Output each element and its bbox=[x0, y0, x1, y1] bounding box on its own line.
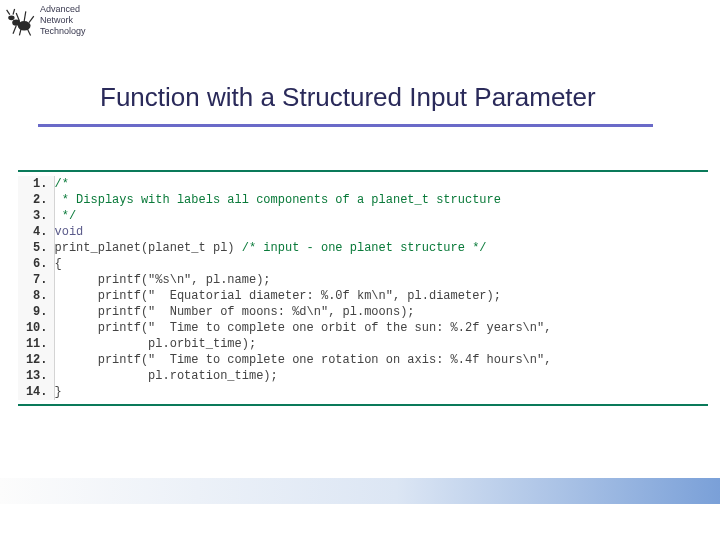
svg-line-9 bbox=[24, 11, 26, 21]
code-comment: * Displays with labels all components of… bbox=[55, 193, 501, 207]
code-body: /* * Displays with labels all components… bbox=[54, 176, 708, 400]
logo-line3: Technology bbox=[40, 26, 86, 37]
code-bottom-rule bbox=[18, 404, 708, 406]
code-table: 1. 2. 3. 4. 5. 6. 7. 8. 9. 10. 11. 12. 1… bbox=[18, 176, 708, 400]
code-line: printf(" Number of moons: %d\n", pl.moon… bbox=[55, 305, 415, 319]
code-keyword-void: void bbox=[55, 225, 84, 239]
svg-line-5 bbox=[13, 25, 16, 33]
logo: Advanced Network Technology bbox=[4, 4, 86, 37]
code-text: /* * Displays with labels all components… bbox=[55, 176, 709, 400]
slide-title: Function with a Structured Input Paramet… bbox=[100, 82, 596, 113]
code-line: pl.rotation_time); bbox=[55, 369, 278, 383]
code-comment: /* bbox=[55, 177, 69, 191]
logo-line2: Network bbox=[40, 15, 86, 26]
ant-icon bbox=[4, 5, 38, 37]
svg-line-7 bbox=[27, 29, 30, 35]
code-comment: */ bbox=[55, 209, 77, 223]
svg-line-6 bbox=[19, 29, 21, 35]
svg-line-3 bbox=[7, 9, 10, 14]
code-line: printf("%s\n", pl.name); bbox=[55, 273, 271, 287]
logo-text-block: Advanced Network Technology bbox=[40, 4, 86, 37]
code-listing: 1. 2. 3. 4. 5. 6. 7. 8. 9. 10. 11. 12. 1… bbox=[18, 170, 708, 406]
logo-line1: Advanced bbox=[40, 4, 86, 15]
footer-gradient bbox=[0, 478, 720, 504]
line-numbers-text: 1. 2. 3. 4. 5. 6. 7. 8. 9. 10. 11. 12. 1… bbox=[18, 176, 54, 400]
code-line: printf(" Time to complete one orbit of t… bbox=[55, 321, 552, 335]
line-numbers: 1. 2. 3. 4. 5. 6. 7. 8. 9. 10. 11. 12. 1… bbox=[18, 176, 54, 400]
code-brace: } bbox=[55, 385, 62, 399]
svg-point-2 bbox=[8, 15, 14, 20]
code-line: printf(" Equatorial diameter: %.0f km\n"… bbox=[55, 289, 501, 303]
code-func-sig: print_planet(planet_t pl) bbox=[55, 241, 242, 255]
title-underline bbox=[38, 124, 653, 127]
code-brace: { bbox=[55, 257, 62, 271]
svg-line-4 bbox=[13, 9, 15, 15]
code-line: printf(" Time to complete one rotation o… bbox=[55, 353, 552, 367]
code-comment: /* input - one planet structure */ bbox=[242, 241, 487, 255]
svg-line-10 bbox=[29, 16, 34, 22]
code-line: pl.orbit_time); bbox=[55, 337, 257, 351]
code-top-rule bbox=[18, 170, 708, 172]
